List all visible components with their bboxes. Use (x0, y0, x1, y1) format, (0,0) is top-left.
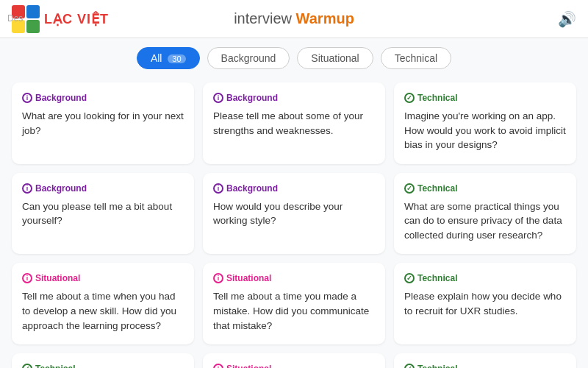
tag-icon: i (213, 93, 223, 103)
card-tag: i Background (22, 183, 184, 194)
filter-all-badge: 30 (168, 54, 185, 63)
card-text: Please explain how you decide who to rec… (404, 289, 566, 318)
card-grid: i Background What are you looking for in… (0, 77, 588, 368)
tag-icon: ✓ (404, 364, 415, 368)
card-text: Imagine you're working on an app. How wo… (404, 109, 566, 152)
card-tag: ✓ Technical (404, 364, 566, 368)
tag-icon: i (22, 273, 32, 283)
app-header: Des LẠC VIỆT interview Warmup 🔊 (0, 0, 588, 38)
tag-icon: i (213, 364, 223, 368)
card-type-label: Background (226, 183, 278, 194)
card-tag: ✓ Technical (404, 183, 566, 194)
volume-icon[interactable]: 🔊 (558, 10, 576, 28)
tag-icon: ✓ (22, 364, 32, 368)
card-text: Can you please tell me a bit about yours… (22, 199, 184, 228)
card-item[interactable]: i Situational Tell me about a time you m… (203, 263, 385, 344)
card-item[interactable]: ✓ Technical What are some practical thin… (394, 173, 576, 255)
card-type-label: Background (226, 93, 278, 103)
card-tag: i Situational (22, 273, 184, 283)
card-type-label: Technical (417, 364, 457, 368)
card-item[interactable]: i Background How would you describe your… (203, 173, 385, 255)
card-item[interactable]: ✓ Technical Please explain how you decid… (394, 263, 576, 344)
card-tag: i Situational (213, 273, 375, 283)
card-type-label: Technical (35, 364, 75, 368)
logo-area: LẠC VIỆT (12, 5, 109, 33)
filter-situational-label: Situational (311, 52, 359, 64)
tag-icon: ✓ (404, 273, 415, 283)
card-tag: i Background (22, 93, 184, 103)
card-type-label: Background (35, 183, 87, 194)
card-item[interactable]: ✓ Technical What approaches can you take… (394, 353, 576, 368)
filter-situational-button[interactable]: Situational (297, 47, 373, 69)
card-type-label: Technical (417, 273, 457, 283)
card-item[interactable]: ✓ Technical What are some design conside… (12, 353, 194, 368)
card-tag: i Background (213, 183, 375, 194)
filter-technical-label: Technical (395, 52, 437, 64)
filter-technical-button[interactable]: Technical (381, 47, 451, 69)
card-type-label: Situational (226, 273, 271, 283)
card-text: What are some practical things you can d… (404, 199, 566, 243)
card-item[interactable]: i Background What are you looking for in… (12, 82, 194, 164)
card-text: Tell me about a time when you had to dev… (22, 289, 184, 333)
title-part1: interview (234, 10, 295, 26)
card-item[interactable]: i Background Can you please tell me a bi… (12, 173, 194, 255)
card-tag: i Situational (213, 364, 375, 368)
filter-all-button[interactable]: All 30 (137, 47, 200, 69)
header-title: interview Warmup (234, 10, 354, 27)
tag-icon: ✓ (404, 93, 415, 103)
card-tag: i Background (213, 93, 375, 103)
tag-icon: i (213, 183, 223, 194)
card-item[interactable]: i Situational When do you try to push th… (203, 353, 385, 368)
card-tag: ✓ Technical (404, 93, 566, 103)
card-text: Please tell me about some of your streng… (213, 109, 375, 138)
tag-icon: i (22, 93, 32, 103)
card-tag: ✓ Technical (22, 364, 184, 368)
card-type-label: Situational (35, 273, 80, 283)
card-type-label: Situational (226, 364, 271, 368)
filter-bar: All 30 Background Situational Technical (0, 38, 588, 77)
card-type-label: Technical (417, 183, 457, 194)
card-item[interactable]: i Situational Tell me about a time when … (12, 263, 194, 344)
filter-background-button[interactable]: Background (207, 47, 290, 69)
card-type-label: Technical (417, 93, 457, 103)
filter-all-label: All (151, 52, 162, 64)
tag-icon: i (22, 183, 32, 194)
card-text: Tell me about a time you made a mistake.… (213, 289, 375, 333)
des-label: Des (7, 13, 23, 24)
card-tag: ✓ Technical (404, 273, 566, 283)
tag-icon: i (213, 273, 223, 283)
card-item[interactable]: i Background Please tell me about some o… (203, 82, 385, 164)
logo-text: LẠC VIỆT (44, 11, 109, 27)
card-type-label: Background (35, 93, 87, 103)
filter-background-label: Background (221, 52, 276, 64)
card-text: How would you describe your working styl… (213, 199, 375, 228)
title-part2: Warmup (296, 10, 354, 26)
card-text: What are you looking for in your next jo… (22, 109, 184, 138)
tag-icon: ✓ (404, 183, 415, 194)
card-item[interactable]: ✓ Technical Imagine you're working on an… (394, 82, 576, 164)
